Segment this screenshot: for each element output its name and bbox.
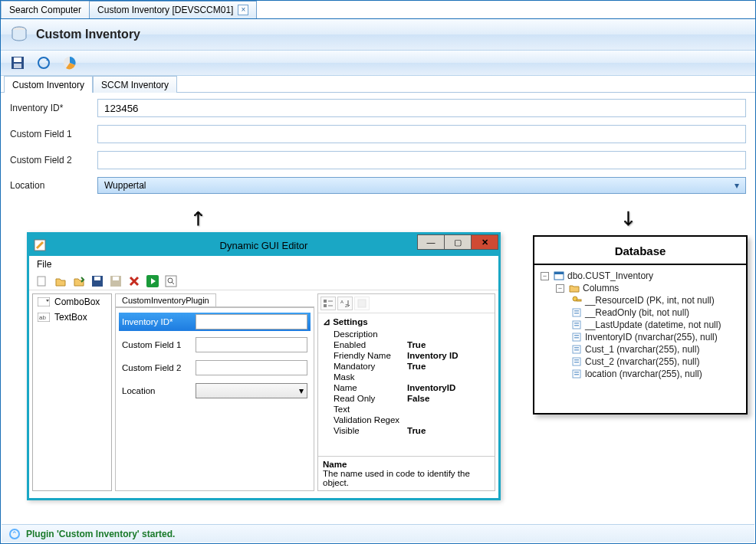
tree-label: __ResourceID (PK, int, not null) <box>585 295 715 306</box>
property-row[interactable]: Mask <box>323 372 490 382</box>
custom-field-2-input[interactable] <box>97 151 746 169</box>
page-header: Custom Inventory <box>1 19 755 51</box>
gui-editor-window: Dynamic GUI Editor — ▢ ✕ File Com <box>27 232 501 500</box>
subtab-sccm-inventory[interactable]: SCCM Inventory <box>93 76 177 93</box>
open-icon[interactable] <box>54 274 67 288</box>
property-desc-text: The name used in code to identify the ob… <box>323 469 490 487</box>
property-key: Enabled <box>323 340 407 349</box>
editor-field-label: Inventory ID* <box>122 317 191 326</box>
svg-rect-18 <box>324 300 327 303</box>
close-button[interactable]: ✕ <box>471 234 498 250</box>
toolbox-textbox[interactable]: ab TextBox <box>33 310 111 325</box>
refresh-icon[interactable] <box>36 55 51 70</box>
property-row[interactable]: Read OnlyFalse <box>323 393 490 404</box>
property-row[interactable]: MandatoryTrue <box>323 361 490 372</box>
alphabetical-view-icon[interactable]: AZ <box>337 297 353 310</box>
maximize-button[interactable]: ▢ <box>444 234 472 250</box>
custom-field-2-label: Custom Field 2 <box>10 155 90 165</box>
collapse-icon[interactable]: − <box>541 272 549 280</box>
tree-table-node[interactable]: − dbo.CUST_Inventory <box>541 270 740 282</box>
property-row[interactable]: NameInventoryID <box>323 382 490 393</box>
property-value: True <box>407 426 490 435</box>
tree-column-node[interactable]: Cust_1 (nvarchar(255), null) <box>541 343 740 356</box>
property-desc-title: Name <box>323 460 490 469</box>
tree-column-node[interactable]: __LastUpdate (datetime, not null) <box>541 319 740 331</box>
edit-icon <box>34 239 46 251</box>
collapse-icon[interactable]: − <box>556 284 564 293</box>
property-row[interactable]: Friendly NameInventory ID <box>323 350 490 361</box>
editor-plugin-tab[interactable]: CustomInventoryPlugin <box>115 293 216 306</box>
editor-field-custom2[interactable]: Custom Field 2 <box>122 360 307 375</box>
tree-column-node[interactable]: Cust_2 (nvarchar(255), null) <box>541 356 740 368</box>
save-icon[interactable] <box>10 55 25 70</box>
close-icon[interactable]: × <box>238 5 248 15</box>
svg-rect-21 <box>328 305 333 306</box>
location-label: Location <box>10 180 90 191</box>
tree-label: Cust_2 (nvarchar(255), null) <box>585 356 699 367</box>
import-icon[interactable] <box>72 274 86 288</box>
svg-rect-45 <box>574 372 579 373</box>
tree-columns-node[interactable]: − Columns <box>541 282 740 294</box>
editor-field-combobox[interactable]: ▾ <box>196 383 307 398</box>
minimize-button[interactable]: — <box>417 234 445 250</box>
run-icon[interactable] <box>146 274 159 288</box>
editor-field-custom1[interactable]: Custom Field 1 <box>122 337 307 352</box>
tree-label: InventoryID (nvarchar(255), null) <box>585 332 718 342</box>
svg-rect-34 <box>574 325 579 326</box>
column-icon <box>571 320 582 330</box>
property-row[interactable]: EnabledTrue <box>323 339 490 350</box>
editor-field-input[interactable] <box>196 360 307 375</box>
tab-custom-inventory[interactable]: Custom Inventory [DEVSCCM01] × <box>89 1 257 18</box>
save-as-icon[interactable] <box>109 274 123 288</box>
tab-search-computer[interactable]: Search Computer <box>1 1 90 18</box>
tree-label: dbo.CUST_Inventory <box>567 270 653 281</box>
categorized-view-icon[interactable] <box>320 297 336 310</box>
svg-rect-15 <box>38 297 50 306</box>
property-value: True <box>407 362 490 371</box>
inventory-id-input[interactable] <box>97 99 746 117</box>
toolbar <box>1 51 755 76</box>
tree-column-node[interactable]: location (nvarchar(255), null) <box>541 368 740 380</box>
property-key: Read Only <box>323 394 407 403</box>
svg-rect-40 <box>574 349 579 351</box>
svg-rect-2 <box>14 57 21 62</box>
property-row[interactable]: VisibleTrue <box>323 425 490 436</box>
subtab-label: SCCM Inventory <box>101 80 169 90</box>
toolbox-combobox[interactable]: ComboBox <box>33 294 111 310</box>
folder-icon <box>569 283 580 293</box>
property-key: Visible <box>323 426 407 435</box>
delete-icon[interactable] <box>127 274 141 288</box>
tree-column-node[interactable]: InventoryID (nvarchar(255), null) <box>541 331 740 343</box>
preview-icon[interactable] <box>164 274 178 288</box>
svg-rect-19 <box>324 304 327 307</box>
tree-column-node[interactable]: __ResourceID (PK, int, not null) <box>541 294 740 306</box>
menu-file[interactable]: File <box>37 259 51 270</box>
subtab-label: Custom Inventory <box>12 80 84 90</box>
textbox-icon: ab <box>38 313 50 322</box>
property-pages-icon <box>354 297 370 310</box>
tree-column-node[interactable]: __ReadOnly (bit, not null) <box>541 306 740 319</box>
save-icon[interactable] <box>90 274 104 288</box>
svg-rect-13 <box>166 276 176 287</box>
pie-chart-icon[interactable] <box>62 55 77 70</box>
location-combobox[interactable]: Wuppertal ▾ <box>97 177 746 194</box>
svg-rect-42 <box>574 359 579 361</box>
property-value <box>407 329 490 339</box>
info-icon: ⌃ <box>9 529 20 539</box>
new-icon[interactable] <box>35 274 49 288</box>
property-row[interactable]: Validation Regex <box>323 415 490 425</box>
subtab-custom-inventory[interactable]: Custom Inventory <box>4 76 93 93</box>
editor-field-label: Custom Field 2 <box>122 363 191 372</box>
property-row[interactable]: Text <box>323 404 490 415</box>
property-key: Friendly Name <box>323 351 407 360</box>
editor-field-location[interactable]: Location ▾ <box>122 383 307 398</box>
editor-titlebar[interactable]: Dynamic GUI Editor — ▢ ✕ <box>29 234 498 256</box>
editor-field-inventory-id[interactable]: Inventory ID* <box>119 313 311 331</box>
properties-heading[interactable]: ⊿ Settings <box>323 315 490 329</box>
editor-field-input[interactable] <box>196 314 307 329</box>
custom-field-1-input[interactable] <box>97 125 746 143</box>
property-value: Inventory ID <box>407 351 490 360</box>
editor-field-input[interactable] <box>196 337 307 352</box>
svg-rect-39 <box>574 347 579 349</box>
property-row[interactable]: Description <box>323 329 490 339</box>
